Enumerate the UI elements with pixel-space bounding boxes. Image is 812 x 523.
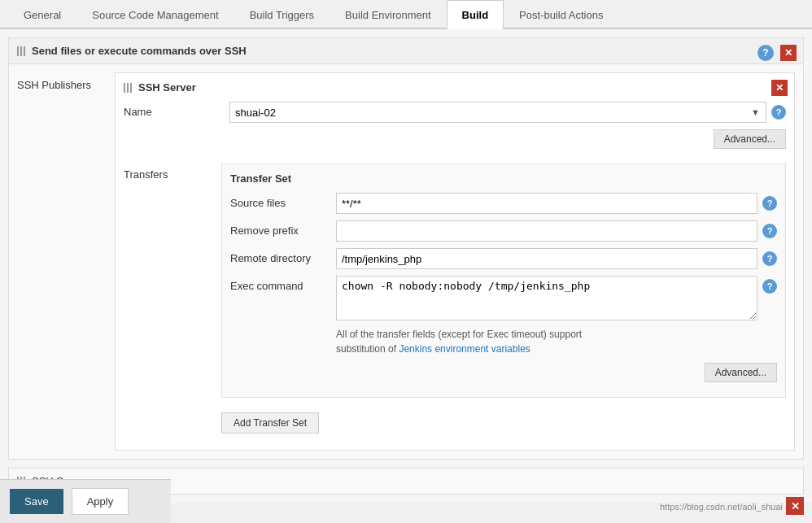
exec-command-input[interactable]: chown -R nobody:nobody /tmp/jenkins_php: [336, 276, 757, 320]
tab-build-environment[interactable]: Build Environment: [330, 0, 447, 29]
transfer-set-header: Transfer Set: [230, 172, 777, 185]
bottom-toolbar: Save Apply: [0, 479, 171, 503]
name-select[interactable]: shuai-02: [229, 102, 766, 123]
transfers-content: Transfer Set Source files ?: [221, 163, 786, 434]
name-row: Name shuai-02 ▼ ?: [124, 102, 786, 123]
watermark-text: https://blog.csdn.net/aoli_shuai: [660, 502, 783, 503]
tab-bar: General Source Code Management Build Tri…: [0, 0, 812, 29]
section-card: Send files or execute commands over SSH …: [8, 37, 804, 460]
ssh-server-advanced-button[interactable]: Advanced...: [714, 129, 786, 149]
source-files-help-icon[interactable]: ?: [762, 196, 777, 211]
add-transfer-set-button[interactable]: Add Transfer Set: [221, 412, 319, 434]
remote-directory-label: Remote directory: [230, 248, 336, 264]
publishers-row: SSH Publishers SSH Server ✕ Name: [9, 64, 803, 459]
transfer-advanced-button[interactable]: Advanced...: [705, 363, 777, 382]
info-text-1: All of the transfer fields (except for E…: [336, 329, 582, 340]
publishers-content: SSH Server ✕ Name shuai-02 ▼: [115, 72, 795, 451]
exec-command-help-icon[interactable]: ?: [762, 279, 777, 294]
ssh-server-close-button[interactable]: ✕: [771, 80, 788, 96]
remote-directory-help-icon[interactable]: ?: [762, 251, 777, 266]
source-files-field: ?: [336, 193, 777, 214]
content-area: Send files or execute commands over SSH …: [0, 29, 812, 503]
remove-prefix-label: Remove prefix: [230, 220, 336, 237]
save-button[interactable]: Save: [10, 489, 63, 503]
section-title: Send files or execute commands over SSH: [32, 45, 247, 57]
info-text: All of the transfer fields (except for E…: [336, 327, 777, 356]
section-close-button[interactable]: ✕: [780, 45, 797, 61]
transfer-set-panel: Transfer Set Source files ?: [221, 163, 786, 398]
remove-prefix-row: Remove prefix ?: [230, 220, 777, 242]
source-files-row: Source files ?: [230, 193, 777, 214]
tab-build-triggers[interactable]: Build Triggers: [234, 0, 330, 29]
tab-scm[interactable]: Source Code Management: [76, 0, 234, 29]
transfers-label: Transfers: [124, 163, 221, 434]
ssh-server-header: SSH Server: [124, 81, 786, 94]
tab-general[interactable]: General: [8, 0, 76, 29]
exec-command-row: Exec command chown -R nobody:nobody /tmp…: [230, 276, 777, 320]
source-files-label: Source files: [230, 193, 336, 209]
transfer-advanced-row: Advanced...: [230, 363, 777, 382]
remote-directory-row: Remote directory ?: [230, 248, 777, 269]
dots-icon2: [124, 83, 133, 93]
name-field: shuai-02 ▼ ?: [229, 102, 786, 123]
remove-prefix-field: ?: [336, 220, 777, 242]
exec-command-label: Exec command: [230, 276, 336, 292]
remove-prefix-input[interactable]: [336, 220, 757, 242]
tab-post-build[interactable]: Post-build Actions: [504, 0, 618, 29]
exec-command-field: chown -R nobody:nobody /tmp/jenkins_php …: [336, 276, 777, 320]
advanced-row: Advanced...: [124, 129, 786, 149]
source-files-input[interactable]: [336, 193, 757, 214]
dots-icon: [17, 46, 27, 56]
section-help-icon[interactable]: ?: [757, 45, 774, 61]
name-label: Name: [124, 102, 229, 118]
remote-directory-field: ?: [336, 248, 777, 269]
section-header: Send files or execute commands over SSH …: [9, 38, 803, 64]
info-text-2: substitution of: [336, 343, 399, 355]
bottom-close-button[interactable]: ✕: [786, 497, 804, 503]
transfer-set-title: Transfer Set: [230, 172, 291, 185]
ssh-server-panel: SSH Server ✕ Name shuai-02 ▼: [115, 72, 795, 451]
remove-prefix-help-icon[interactable]: ?: [762, 224, 777, 238]
tab-build[interactable]: Build: [447, 0, 504, 29]
transfers-outer: Transfers Transfer Set Source fi: [124, 155, 786, 442]
publishers-label: SSH Publishers: [17, 72, 115, 451]
name-select-wrapper: shuai-02 ▼: [229, 102, 766, 123]
ssh-server-title: SSH Server: [138, 81, 196, 94]
name-help-icon[interactable]: ?: [771, 105, 786, 120]
jenkins-env-variables-link[interactable]: Jenkins environment variables: [399, 343, 530, 355]
apply-button[interactable]: Apply: [72, 488, 129, 503]
remote-directory-input[interactable]: [336, 248, 757, 269]
